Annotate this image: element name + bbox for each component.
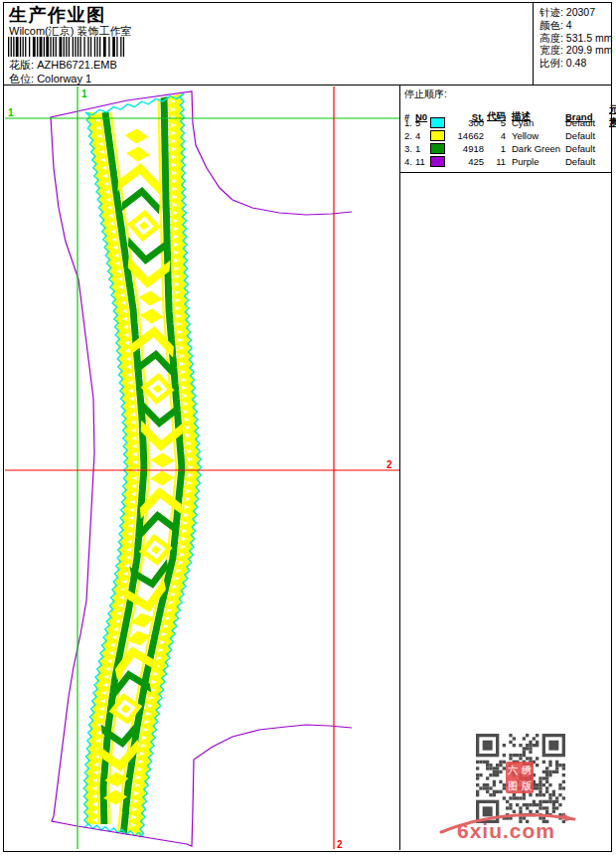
worksheet-page: 生产作业图 Wilcom(汇京) 装饰工作室 花版: AZHB6721.EMB … (0, 0, 616, 855)
table-row: 1.5 3005 CyanDefault (404, 116, 610, 129)
stop-sequence-panel: 停止顺序: # N0 St. 代码 描述 Brand 元素 1.5 3005 C… (399, 86, 611, 850)
red-horizontal-label: 2 (386, 459, 392, 470)
col-element: 元素 (609, 103, 616, 129)
design-area: 1 1 2 2 停止顺序: # N0 St. 代码 描述 Brand 元素 (3, 85, 612, 852)
barcode (7, 37, 127, 57)
qr-code (474, 732, 567, 825)
colorway-value: Colorway 1 (37, 73, 91, 85)
colors-row: 颜色: 4 (539, 19, 613, 32)
watermark-stamp: 六 绣 图 版 (506, 762, 534, 793)
color-swatch (430, 130, 445, 141)
color-swatch (430, 156, 445, 167)
stop-sequence-header: # N0 St. 代码 描述 Brand 元素 (404, 103, 610, 116)
design-info-box: 针迹: 20307 颜色: 4 高度: 531.5 mm 宽度: 209.9 m… (539, 6, 613, 70)
stitches-row: 针迹: 20307 (539, 6, 613, 19)
pattern-label: 花版: (9, 59, 34, 71)
header-divider (533, 2, 534, 85)
table-row: 3.1 49181 Dark GreenDefault (404, 142, 610, 155)
color-swatch (430, 117, 445, 128)
color-swatch (430, 143, 445, 154)
table-row: 4.11 42511 PurpleDefault (404, 155, 610, 168)
green-vertical-label: 1 (81, 88, 87, 99)
watermark-block: 六 绣 图 版 6xiu.com (400, 86, 612, 850)
colorway-label: 色位: (9, 73, 34, 85)
green-horizontal-label: 1 (8, 107, 14, 118)
embroidery-band (83, 93, 202, 837)
red-vertical-label: 2 (337, 839, 343, 850)
scale-row: 比例: 0.48 (539, 57, 613, 70)
logo-swoosh (433, 808, 582, 834)
pattern-file-row: 花版: AZHB6721.EMB (9, 58, 117, 73)
stop-sequence-title: 停止顺序: (404, 87, 610, 101)
design-canvas: 1 1 2 2 (4, 86, 401, 850)
site-watermark: 6xiu.com (400, 819, 612, 843)
height-row: 高度: 531.5 mm (539, 32, 613, 45)
table-row: 2.4 146624 YellowDefault (404, 129, 610, 142)
width-row: 宽度: 209.9 mm (539, 44, 613, 57)
pattern-value: AZHB6721.EMB (37, 59, 117, 71)
stop-sequence-table: 停止顺序: # N0 St. 代码 描述 Brand 元素 1.5 3005 C… (400, 86, 611, 173)
